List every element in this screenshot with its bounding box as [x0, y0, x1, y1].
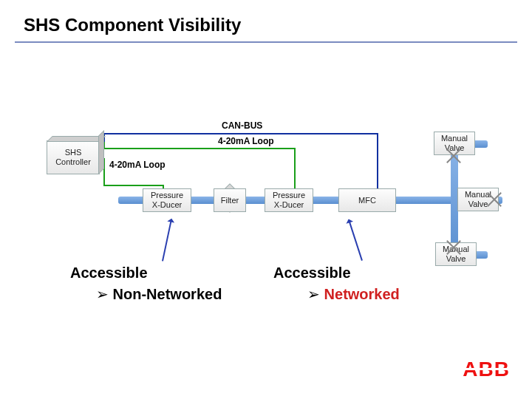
arrow-to-mfc [348, 219, 363, 261]
annot-non-networked: Non-Networked [96, 285, 222, 303]
valve-cross-1 [446, 148, 462, 164]
logo-letter-b2: B [494, 358, 510, 381]
abb-logo: ABB [463, 358, 510, 381]
annot-accessible-1: Accessible [70, 265, 148, 282]
valve-cross-2 [486, 191, 502, 208]
wire-loop2-top [103, 148, 294, 149]
annot-accessible-2: Accessible [273, 265, 351, 282]
wire-canbus-top [103, 133, 377, 134]
arrow-to-px1 [162, 219, 172, 261]
logo-letter-a: A [463, 358, 478, 381]
label-loop-top: 4-20mA Loop [218, 136, 274, 146]
label-canbus: CAN-BUS [222, 120, 262, 131]
valve-cross-3 [446, 239, 462, 256]
slide-title: SHS Component Visibility [24, 15, 241, 35]
node-shs-controller: SHS Controller [47, 140, 100, 174]
label-loop-left: 4-20mA Loop [109, 160, 166, 170]
title-divider [15, 41, 517, 43]
node-filter: Filter [214, 188, 246, 212]
wire-canbus-down [377, 133, 378, 189]
wire-green-right [103, 185, 163, 186]
node-pressure-xducer-2: Pressure X-Ducer [265, 188, 313, 212]
logo-letter-b1: B [479, 358, 494, 381]
node-pressure-xducer-1: Pressure X-Ducer [143, 188, 191, 212]
wire-loop2-down [294, 148, 296, 189]
node-mfc: MFC [338, 188, 396, 212]
annot-networked: Networked [307, 285, 400, 303]
